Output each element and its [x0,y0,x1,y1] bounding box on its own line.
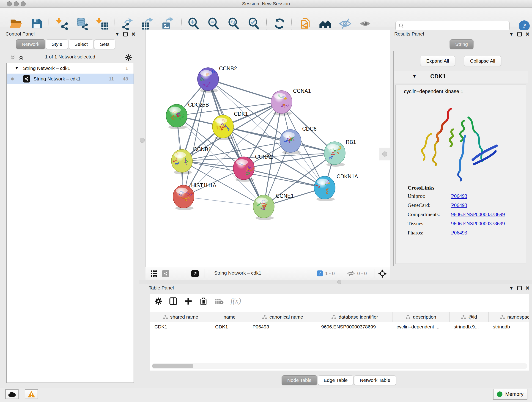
toolbar-search[interactable] [395,21,510,31]
table-cell[interactable]: stringdb:9... [450,322,489,332]
birds-eye-grid-icon[interactable] [151,270,157,277]
table-horizontal-scrollbar[interactable] [152,363,527,369]
crosslink-link[interactable]: P06493 [451,202,467,208]
search-input[interactable] [404,23,504,29]
export-table-icon[interactable] [140,16,155,31]
tab-string[interactable]: String [450,39,474,49]
export-image-icon[interactable] [160,16,175,31]
import-network-file-icon[interactable] [55,16,70,31]
collapse-all-button[interactable]: Collapse All [464,56,501,66]
panel-close-icon[interactable]: ✕ [131,31,136,37]
tab-sets[interactable]: Sets [94,39,115,49]
column-header-database-identifier[interactable]: database identifier [317,312,393,322]
cloud-status-button[interactable] [5,389,19,399]
table-cell[interactable]: CDK1 [150,322,211,332]
tab-edge-table[interactable]: Edge Table [318,375,354,385]
table-row[interactable]: CDK1CDK1P064939606.ENSP00000378699cyclin… [150,322,529,332]
tab-network-table[interactable]: Network Table [354,375,396,385]
table-cell[interactable]: CDK1 [211,322,248,332]
network-share-icon[interactable] [162,270,169,277]
panel-minimize-icon[interactable]: ▼ [115,32,120,37]
panel-minimize-icon[interactable]: ▼ [509,32,514,37]
network-canvas[interactable]: CCNB2CCNA1CDC25BCDK1CDC6RB1CCNB1CCNA2CDK… [146,30,390,267]
column-header-shared-name[interactable]: shared name [150,312,211,322]
home-welcome-icon[interactable] [318,16,333,31]
network-edge[interactable] [208,79,282,102]
network-node-ccnb2[interactable]: CCNB2 [197,65,237,93]
save-session-icon[interactable] [29,16,44,31]
table-cell[interactable]: stringdb [489,322,529,332]
open-in-window-icon[interactable] [191,270,199,277]
memory-button[interactable]: Memory [493,389,527,400]
column-header-description[interactable]: description [393,312,450,322]
network-edge[interactable] [223,127,335,153]
crosslink-link[interactable]: 9606.ENSP00000378699 [451,221,505,227]
tab-style[interactable]: Style [46,39,68,49]
import-table-file-icon[interactable] [95,16,110,31]
table-cell[interactable]: 9606.ENSP00000378699 [317,322,393,332]
hidden-eye-icon[interactable] [347,270,355,277]
export-network-icon[interactable] [120,16,135,31]
table-cell[interactable]: P06493 [248,322,317,332]
open-session-icon[interactable] [9,16,23,31]
network-node-cdkn1a[interactable]: CDKN1A [314,173,358,201]
column-network-icon [262,315,267,319]
string-network-graph[interactable]: CCNB2CCNA1CDC25BCDK1CDC6RB1CCNB1CCNA2CDK… [146,30,390,267]
network-edge[interactable] [184,79,208,197]
zoom-fit-icon[interactable] [226,16,241,31]
network-edge[interactable] [184,197,264,206]
column-header--id[interactable]: @id [450,312,489,322]
network-node-rb1[interactable]: RB1 [324,139,356,167]
table-settings-gear-icon[interactable] [154,297,162,305]
network-node-ccnb1[interactable]: CCNB1 [171,147,211,174]
tab-network[interactable]: Network [16,39,45,49]
warning-status-button[interactable] [25,389,38,399]
graphics-details-eye-slash-icon[interactable] [338,16,353,31]
import-network-database-icon[interactable] [75,16,89,31]
crosslink-link[interactable]: 9606.ENSP00000378699 [451,211,505,217]
split-columns-icon[interactable] [169,297,177,305]
left-splitter-handle[interactable] [140,138,145,143]
network-node-hist1h1a[interactable]: HIST1H1A [173,182,216,210]
table-cell[interactable]: cyclin–dependent ... [393,322,450,332]
panel-float-icon[interactable] [123,32,128,36]
crosslink-row: Tissues:9606.ENSP00000378699 [408,221,526,227]
panel-minimize-icon[interactable]: ▼ [509,286,514,291]
delete-column-trash-icon[interactable] [199,297,208,305]
tab-node-table[interactable]: Node Table [282,375,317,385]
crosslink-link[interactable]: P06493 [451,230,467,236]
network-row-selected[interactable]: String Network – cdk1 11 48 [7,74,133,84]
refresh-icon[interactable] [272,16,287,31]
column-header-canonical-name[interactable]: canonical name [248,312,317,322]
expand-all-button[interactable]: Expand All [420,56,455,66]
selected-checkbox-icon[interactable]: ✓ [317,270,323,276]
zoom-out-icon[interactable] [206,16,221,31]
scrollbar-thumb[interactable] [152,364,193,368]
network-node-ccne1[interactable]: CCNE1 [253,193,294,220]
panel-float-icon[interactable] [517,32,522,36]
panel-float-icon[interactable] [517,286,522,290]
column-header-name[interactable]: name [211,312,248,322]
horizontal-splitter[interactable] [139,280,532,284]
network-node-cdc25b[interactable]: CDC25B [166,102,209,129]
network-collection-row[interactable]: ▼ String Network – cdk1 1 [7,63,133,74]
panel-close-icon[interactable]: ✕ [525,285,530,291]
protein-expander-icon[interactable]: ▼ [412,74,417,79]
network-edge[interactable] [208,79,264,206]
tab-select[interactable]: Select [69,39,94,49]
create-column-plus-icon[interactable] [184,297,192,305]
panel-close-icon[interactable]: ✕ [525,31,530,37]
network-options-gear-icon[interactable] [125,54,132,61]
zoom-in-icon[interactable] [186,16,201,31]
network-node-cdc6[interactable]: CDC6 [280,126,317,154]
right-splitter-handle[interactable] [380,148,390,160]
network-documents-icon[interactable] [298,16,313,31]
help-button[interactable]: ? [519,20,530,32]
fit-selected-crosshair-icon[interactable] [378,269,386,278]
network-node-ccna2[interactable]: CCNA2 [233,154,273,182]
column-header-namespace[interactable]: namespace [489,312,529,322]
crosslink-link[interactable]: P06493 [451,193,467,199]
zoom-selected-icon[interactable] [247,16,261,31]
protein-header[interactable]: ▼ CDK1 [394,71,528,83]
collection-expander-icon[interactable]: ▼ [15,66,19,70]
